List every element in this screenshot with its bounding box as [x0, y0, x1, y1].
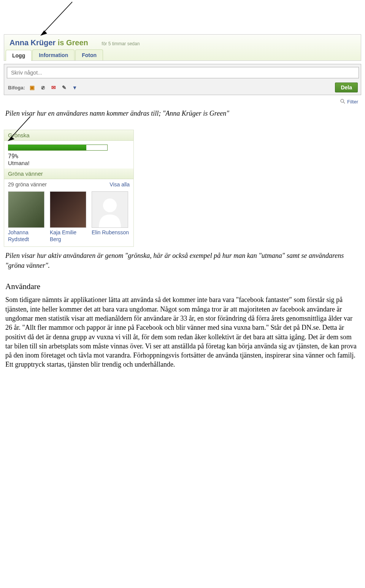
share-button[interactable]: Dela: [335, 83, 358, 92]
friend-thumb: [50, 191, 86, 228]
progress-percent: 79%: [8, 153, 130, 160]
svg-point-6: [103, 199, 117, 212]
friend-item[interactable]: Elin Rubensson: [92, 191, 130, 243]
green-friends-heading: Gröna vänner: [4, 168, 133, 179]
body-paragraph: Som tidigare nämnts är applikationer lät…: [5, 295, 360, 369]
friend-thumb: [92, 191, 128, 228]
friend-item[interactable]: Johanna Rydstedt: [8, 191, 46, 243]
gronska-sidebar: Grönska 79% Utmana! Gröna vänner 29 grön…: [4, 130, 134, 247]
svg-point-2: [341, 99, 344, 102]
filter-link[interactable]: Filter: [347, 99, 358, 105]
attach-more-icon[interactable]: ▾: [71, 84, 78, 91]
placeholder-avatar-icon: [92, 192, 128, 227]
profile-status: is Green: [58, 38, 88, 47]
svg-line-3: [343, 102, 345, 103]
attach-video-icon[interactable]: ⎚: [40, 84, 46, 91]
attach-label: Bifoga:: [8, 85, 25, 91]
profile-header: Anna Krüger is Green för 5 timmar sedan …: [4, 34, 361, 61]
svg-marker-5: [8, 137, 14, 141]
composer-input[interactable]: [7, 67, 359, 78]
gronska-progress-bar: [8, 145, 108, 151]
status-composer: Bifoga: ▣ ⎚ ✉ ✎ ▾ Dela: [4, 64, 361, 95]
attach-photo-icon[interactable]: ▣: [29, 84, 36, 91]
show-all-link[interactable]: Visa alla: [110, 181, 130, 188]
section-heading-anvandare: Användare: [5, 282, 360, 291]
attach-gift-icon[interactable]: ✉: [50, 84, 57, 91]
magnifier-icon: [340, 99, 346, 105]
status-timestamp: för 5 timmar sedan: [102, 41, 140, 46]
caption-1: Pilen visar hur en användares namn komme…: [5, 108, 360, 118]
tab-information[interactable]: Information: [32, 49, 75, 60]
friend-name: Elin Rubensson: [92, 229, 130, 236]
svg-line-0: [44, 2, 72, 32]
challenge-link[interactable]: Utmana!: [8, 160, 130, 166]
caption-2: Pilen visar hur aktiv användaren är geno…: [5, 251, 360, 270]
svg-marker-1: [40, 30, 47, 36]
arrow-to-profile-name: [0, 0, 365, 34]
attach-link-icon[interactable]: ✎: [61, 84, 68, 91]
profile-name[interactable]: Anna Krüger: [10, 38, 56, 47]
svg-line-4: [11, 116, 30, 138]
friend-thumb: [8, 191, 44, 228]
friend-name: Johanna Rydstedt: [8, 229, 46, 243]
friends-count: 29 gröna vänner: [8, 181, 47, 188]
arrow-icon: [23, 0, 91, 38]
friend-name: Kaja Emilie Berg: [50, 229, 88, 243]
tab-photos[interactable]: Foton: [75, 49, 103, 60]
arrow-to-gronska-icon: [0, 114, 38, 145]
friend-item[interactable]: Kaja Emilie Berg: [50, 191, 88, 243]
tab-log[interactable]: Logg: [6, 50, 32, 61]
